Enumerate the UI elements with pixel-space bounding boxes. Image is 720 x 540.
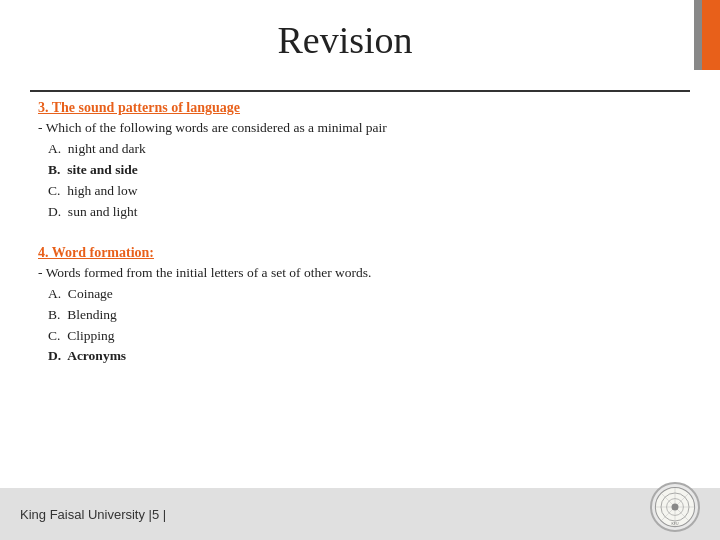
page-title: Revision [0,18,690,62]
svg-point-7 [672,504,679,511]
university-logo: KFU [650,482,700,532]
svg-text:KFU: KFU [672,522,679,526]
list-item: B. site and side [48,160,682,181]
main-content: 3. The sound patterns of language - Whic… [38,100,682,480]
section4: 4. Word formation: - Words formed from t… [38,245,682,368]
section4-heading: 4. Word formation: [38,245,682,261]
section3-options: A. night and dark B. site and side C. hi… [48,139,682,223]
list-item: D. Acronyms [48,346,682,367]
section4-question: - Words formed from the initial letters … [38,265,682,281]
list-item: C. high and low [48,181,682,202]
list-item: C. Clipping [48,326,682,347]
list-item: D. sun and light [48,202,682,223]
section-gap [38,223,682,245]
section3-question: - Which of the following words are consi… [38,120,682,136]
accent-bar-orange [702,0,720,70]
footer-text: King Faisal University |5 | [20,507,166,522]
list-item: A. Coinage [48,284,682,305]
list-item: B. Blending [48,305,682,326]
section3: 3. The sound patterns of language - Whic… [38,100,682,223]
section3-heading: 3. The sound patterns of language [38,100,682,116]
top-divider [30,90,690,92]
list-item: A. night and dark [48,139,682,160]
section4-options: A. Coinage B. Blending C. Clipping D. Ac… [48,284,682,368]
page-container: Revision 3. The sound patterns of langua… [0,0,720,540]
accent-bar-gray [694,0,702,70]
logo-svg: KFU [654,486,696,528]
footer: King Faisal University |5 | [0,488,720,540]
